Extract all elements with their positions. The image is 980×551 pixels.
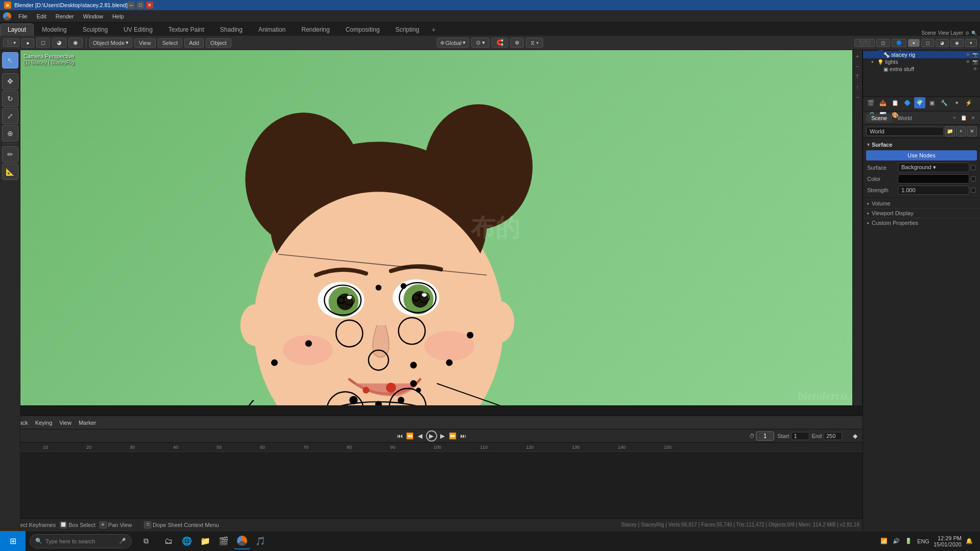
premiere-app[interactable]: 🎬 <box>216 533 232 549</box>
extra-options[interactable]: ▾ <box>965 39 977 47</box>
tab-modeling[interactable]: Modeling <box>34 24 75 36</box>
menu-file[interactable]: File <box>14 12 32 20</box>
battery-icon[interactable]: 🔋 <box>904 537 913 545</box>
tab-compositing[interactable]: Compositing <box>338 24 388 36</box>
prev-keyframe-button[interactable]: ⏪ <box>405 431 415 441</box>
extra-vis-icon[interactable]: 👁 <box>972 66 978 72</box>
tree-item-stacey-rig[interactable]: 🦴 stacey rig 👁 📷 <box>863 51 980 58</box>
world-browse-button[interactable]: 📁 <box>945 126 955 136</box>
props-tab-object[interactable]: ▣ <box>926 97 938 108</box>
files-app[interactable]: 📁 <box>197 533 213 549</box>
scale-tool-button[interactable]: ⤢ <box>2 108 18 124</box>
surface-header[interactable]: ▾ Surface <box>863 140 980 149</box>
viewport-shade-wire2[interactable]: ◻ <box>921 39 934 47</box>
taskbar-search[interactable]: 🔍 Type here to search 🎤 <box>30 534 132 548</box>
add-world-icon[interactable]: + <box>950 115 959 121</box>
menu-edit[interactable]: Edit <box>33 12 51 20</box>
vp-zoom-out[interactable]: − <box>853 62 862 71</box>
use-nodes-button[interactable]: Use Nodes <box>866 150 977 160</box>
viewport-shade-render2[interactable]: ◉ <box>950 39 964 47</box>
object-mode-dropdown[interactable]: Object Mode ▾ <box>89 38 132 48</box>
task-view-button[interactable]: ⧉ <box>138 533 154 549</box>
options-icon[interactable]: ⚙ <box>965 31 969 36</box>
snapping-toggle[interactable]: 🧲 <box>492 38 508 48</box>
tab-animation[interactable]: Animation <box>251 24 293 36</box>
blender-logo[interactable] <box>3 12 13 20</box>
view-button[interactable]: View <box>134 38 156 48</box>
menu-window[interactable]: Window <box>79 12 107 20</box>
blender-app[interactable] <box>234 533 250 549</box>
viewport-shading-render[interactable]: ◉ <box>68 38 83 48</box>
lights-render-icon[interactable]: 📷 <box>972 59 978 64</box>
surface-type-dropdown[interactable]: Background <box>898 163 969 172</box>
tl-menu-view[interactable]: View <box>57 420 74 426</box>
world-delete-button[interactable]: ✕ <box>967 126 977 136</box>
lights-vis-icon[interactable]: 👁 <box>965 59 971 64</box>
proportional-edit[interactable]: ⊗ <box>510 38 524 48</box>
end-frame-input[interactable] <box>824 432 842 440</box>
jump-start-button[interactable]: ⏮ <box>395 431 404 441</box>
next-keyframe-button[interactable]: ⏩ <box>448 431 458 441</box>
tab-shading[interactable]: Shading <box>212 24 250 36</box>
next-frame-button[interactable]: ▶ <box>438 431 447 441</box>
select-tool-button[interactable]: ↖ <box>2 52 18 68</box>
jump-end-button[interactable]: ⏭ <box>459 431 468 441</box>
move-tool-button[interactable]: ✥ <box>2 73 18 89</box>
context-menu-btn[interactable]: ☰ Dope Sheet Context Menu <box>144 521 219 529</box>
editor-type-dropdown[interactable]: ⬛ ▾ <box>3 38 19 47</box>
props-tab-world[interactable]: 🌍 <box>914 97 925 108</box>
current-frame-input[interactable] <box>756 431 774 441</box>
3d-viewport[interactable]: Camera Perspective (1) Stacey | StaceyRi… <box>20 50 970 405</box>
tab-texture-paint[interactable]: Texture Paint <box>161 24 212 36</box>
rig-vis-icon[interactable]: 👁 <box>965 52 971 57</box>
search-icon[interactable]: 🔍 <box>971 31 977 36</box>
tab-layout[interactable]: Layout <box>0 24 34 36</box>
maximize-button[interactable]: □ <box>137 2 144 9</box>
prev-frame-button[interactable]: ◀ <box>416 431 425 441</box>
start-frame-input[interactable] <box>791 432 809 440</box>
shading-pie[interactable]: 🔵 <box>892 39 906 47</box>
tab-sculpting[interactable]: Sculpting <box>75 24 115 36</box>
volume-section[interactable]: ▸ Volume <box>863 198 980 208</box>
props-tab-physics[interactable]: ⚡ <box>963 97 974 108</box>
props-tab-particles[interactable]: ✦ <box>951 97 962 108</box>
strength-socket[interactable] <box>971 188 976 193</box>
color-socket[interactable] <box>971 176 976 181</box>
explorer-app[interactable]: 🗂 <box>160 533 177 549</box>
props-tab-output[interactable]: 📤 <box>877 97 889 108</box>
play-button[interactable]: ▶ <box>426 430 437 442</box>
voice-search-icon[interactable]: 🎤 <box>119 538 126 544</box>
copy-world-icon[interactable]: 📋 <box>960 115 968 121</box>
viewport-display-section[interactable]: ▸ Viewport Display <box>863 208 980 218</box>
viewport-shading-look[interactable]: ◕ <box>52 38 66 48</box>
props-tab-modifier[interactable]: 🔧 <box>939 97 950 108</box>
add-workspace-button[interactable]: + <box>427 24 440 36</box>
tree-item-extra-stuff[interactable]: ▣ extra stuff 👁 <box>863 65 980 73</box>
tab-rendering[interactable]: Rendering <box>294 24 337 36</box>
notifications-icon[interactable]: 🔔 <box>965 537 974 545</box>
pan-view-btn[interactable]: ✥ Pan View <box>100 521 132 529</box>
menu-help[interactable]: Help <box>108 12 128 20</box>
add-button[interactable]: Add <box>184 38 204 48</box>
props-tab-scene[interactable]: 🔷 <box>902 97 913 108</box>
viewport-shading-wireframe[interactable]: ◻ <box>36 38 50 48</box>
object-button[interactable]: Object <box>206 38 231 48</box>
scene-tab-button[interactable]: Scene <box>866 114 892 122</box>
xray-toggle[interactable]: ◫ <box>876 39 890 47</box>
close-world-icon[interactable]: ✕ <box>969 115 977 121</box>
world-copy-button[interactable]: + <box>956 126 966 136</box>
system-clock[interactable]: 12:29 PM 15/01/2020 <box>934 535 962 547</box>
show-gizmo[interactable]: ⧖ ▾ <box>526 38 543 48</box>
vp-top-view[interactable]: ⊤ <box>853 73 862 81</box>
transform-pivot-dropdown[interactable]: ⊙ ▾ <box>471 38 490 48</box>
viewport-shade-solid-active[interactable]: ● <box>908 39 920 47</box>
custom-properties-section[interactable]: ▸ Custom Properties <box>863 218 980 227</box>
overlay-toggle[interactable]: ⬛⬛ <box>854 39 875 47</box>
transform-tool-button[interactable]: ⊕ <box>2 125 18 142</box>
select-button[interactable]: Select <box>158 38 183 48</box>
tree-item-lights[interactable]: ▾ 💡 lights 👁 📷 <box>863 58 980 65</box>
global-transform-dropdown[interactable]: ⊕ Global ▾ <box>437 38 469 48</box>
props-tab-view-layer[interactable]: 📋 <box>890 97 901 108</box>
keyframe-type-selector[interactable]: ◆ <box>850 431 859 441</box>
menu-render[interactable]: Render <box>52 12 78 20</box>
